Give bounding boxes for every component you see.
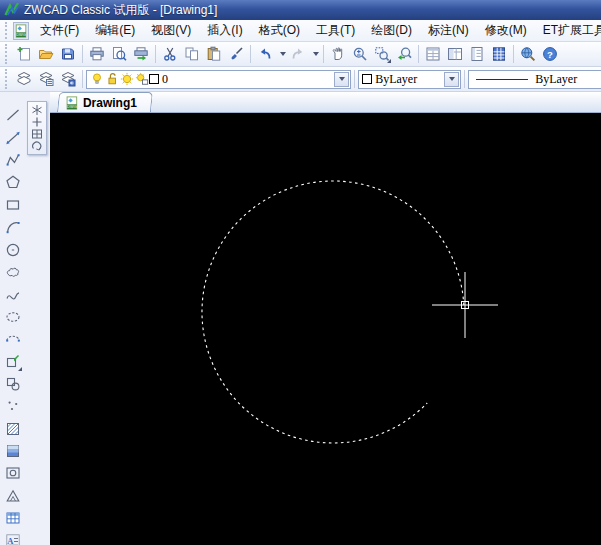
redo-dropdown[interactable] — [309, 43, 320, 65]
revision-cloud-tool-button[interactable] — [2, 261, 24, 283]
color-combo-dropdown[interactable] — [444, 72, 459, 87]
flyout-corner-icon — [387, 59, 391, 63]
redo-button[interactable] — [287, 43, 309, 65]
menu-edit[interactable]: 编辑(E) — [87, 20, 143, 41]
properties-palette-button[interactable] — [422, 43, 444, 65]
circle-tool-button[interactable] — [2, 238, 24, 260]
drawing-canvas[interactable] — [50, 113, 601, 545]
menu-express[interactable]: ET扩展工具(X) — [535, 20, 601, 41]
star-point-button[interactable] — [29, 104, 45, 116]
layer-combo-dropdown[interactable] — [334, 72, 349, 87]
ellipse-arc-icon — [5, 331, 21, 347]
table-icon — [5, 510, 21, 526]
layer-combo[interactable]: 0 — [86, 70, 351, 89]
menu-insert[interactable]: 插入(I) — [199, 20, 250, 41]
find-button[interactable] — [517, 43, 539, 65]
layer-states-manager-icon — [38, 71, 54, 87]
new-file-button[interactable] — [13, 43, 35, 65]
line-tool-button[interactable] — [2, 104, 24, 126]
plus-mark-button[interactable] — [29, 116, 45, 128]
print-button[interactable] — [86, 43, 108, 65]
rectangle-tool-button[interactable] — [2, 194, 24, 216]
print-preview-button[interactable] — [108, 43, 130, 65]
zoom-previous-button[interactable] — [393, 43, 415, 65]
copy-button[interactable] — [181, 43, 203, 65]
hatch-icon — [5, 421, 21, 437]
menu-dimension[interactable]: 标注(N) — [420, 20, 477, 41]
selected-circle-arc — [202, 181, 464, 443]
viewport-sun-icon — [135, 72, 149, 86]
toolbar-separator — [418, 45, 419, 63]
layer-properties-manager-button[interactable] — [13, 68, 35, 90]
zoom-window-button[interactable] — [371, 43, 393, 65]
curved-arrow-icon — [31, 140, 43, 152]
gradient-icon — [5, 443, 21, 459]
menu-format[interactable]: 格式(O) — [251, 20, 308, 41]
menu-draw[interactable]: 绘图(D) — [363, 20, 420, 41]
menu-view[interactable]: 视图(V) — [143, 20, 199, 41]
point-tool-button[interactable] — [2, 395, 24, 417]
draw-toolbar: A — [2, 104, 26, 545]
polygon-tool-button[interactable] — [2, 171, 24, 193]
match-properties-icon — [228, 46, 244, 62]
spline-tool-button[interactable] — [2, 283, 24, 305]
rectangle-icon — [5, 197, 21, 213]
open-button[interactable] — [35, 43, 57, 65]
layer-previous-icon — [60, 71, 76, 87]
layer-states-manager-button[interactable] — [35, 68, 57, 90]
title-bar: ZWCAD Classic 试用版 - [Drawing1] — [0, 0, 601, 20]
design-center-button[interactable] — [444, 43, 466, 65]
toolbar-separator — [250, 45, 251, 63]
polyline-tool-button[interactable] — [2, 149, 24, 171]
color-combo[interactable]: ByLayer — [358, 70, 461, 89]
tab-drawing1[interactable]: DWG Drawing1 — [57, 92, 153, 112]
plot-button[interactable] — [130, 43, 152, 65]
make-block-tool-button[interactable] — [2, 373, 24, 395]
match-properties-button[interactable] — [225, 43, 247, 65]
menu-file[interactable]: 文件(F) — [32, 20, 87, 41]
quick-calc-button[interactable] — [488, 43, 510, 65]
point-icon — [5, 398, 21, 414]
table-tool-button[interactable] — [2, 507, 24, 529]
undo-dropdown[interactable] — [276, 43, 287, 65]
region-tool-button[interactable] — [2, 462, 24, 484]
mtext-tool-button[interactable]: A — [2, 529, 24, 545]
save-button[interactable] — [57, 43, 79, 65]
region-icon — [5, 465, 21, 481]
menu-tools[interactable]: 工具(T) — [308, 20, 363, 41]
dwg-document-icon[interactable]: DWG — [13, 22, 29, 40]
construction-line-tool-button[interactable] — [2, 126, 24, 148]
pan-button[interactable] — [327, 43, 349, 65]
menu-items: 文件(F)编辑(E)视图(V)插入(I)格式(O)工具(T)绘图(D)标注(N)… — [32, 20, 601, 41]
wipeout-tool-button[interactable] — [2, 485, 24, 507]
layer-tool-buttons — [13, 68, 79, 90]
design-center-icon — [447, 46, 463, 62]
ellipse-tool-button[interactable] — [2, 306, 24, 328]
print-preview-icon — [111, 46, 127, 62]
help-button[interactable]: ? — [539, 43, 561, 65]
zoom-realtime-button[interactable] — [349, 43, 371, 65]
lock-open-icon — [105, 72, 119, 86]
redo-icon — [290, 46, 306, 62]
layer-previous-button[interactable] — [57, 68, 79, 90]
tool-palettes-button[interactable] — [466, 43, 488, 65]
linetype-value: ByLayer — [535, 72, 577, 87]
gradient-tool-button[interactable] — [2, 440, 24, 462]
linetype-combo[interactable]: ByLayer — [468, 70, 601, 89]
line-icon — [5, 107, 21, 123]
cut-button[interactable] — [159, 43, 181, 65]
undo-button[interactable] — [254, 43, 276, 65]
insert-block-tool-button[interactable] — [2, 350, 24, 372]
dwg-file-icon: DWG — [65, 96, 79, 110]
paste-button[interactable] — [203, 43, 225, 65]
tool-palettes-icon — [469, 46, 485, 62]
curved-arrow-button[interactable] — [29, 140, 45, 152]
menu-modify[interactable]: 修改(M) — [477, 20, 535, 41]
layer-name: 0 — [162, 72, 168, 87]
ellipse-arc-tool-button[interactable] — [2, 328, 24, 350]
hatch-tool-button[interactable] — [2, 417, 24, 439]
polygon-icon — [5, 174, 21, 190]
grid-box-button[interactable] — [29, 128, 45, 140]
arc-tool-button[interactable] — [2, 216, 24, 238]
toolbar-separator — [513, 45, 514, 63]
